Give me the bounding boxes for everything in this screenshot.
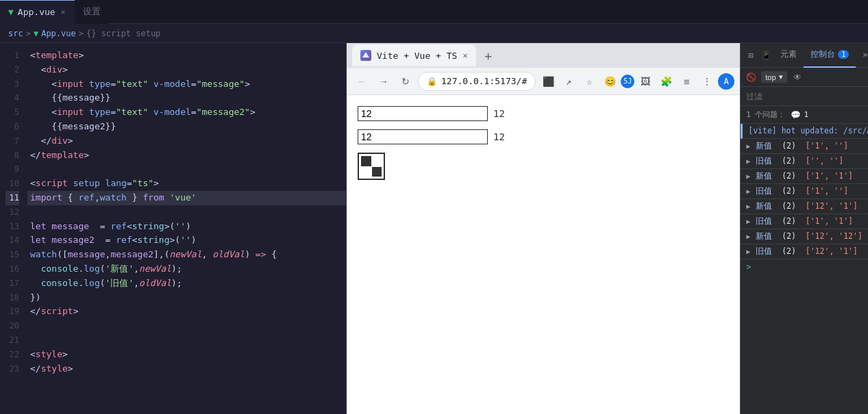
user-badge-btn[interactable]: 5J bbox=[621, 75, 634, 88]
issue-count: 1 bbox=[804, 110, 808, 119]
code-line-7: </div> bbox=[27, 134, 346, 148]
avatar-btn[interactable]: A bbox=[718, 73, 734, 90]
code-line-13: let message = ref<string>('') bbox=[27, 220, 346, 234]
tab-close-btn[interactable]: ✕ bbox=[60, 6, 67, 18]
message2-input[interactable] bbox=[358, 129, 488, 144]
tab-elements[interactable]: 元素 bbox=[773, 43, 804, 68]
entry-text-1: 旧值 (2) ['', ''] bbox=[756, 156, 868, 166]
eye-btn[interactable]: 👁 bbox=[790, 70, 805, 85]
console-entry-0[interactable]: ▶ 新值 (2) ['1', ''] App.vue:16 bbox=[741, 139, 868, 154]
tab-settings[interactable]: 设置 bbox=[75, 0, 109, 24]
console-content[interactable]: [vite] hot updated: /src/App.vue client.… bbox=[741, 124, 868, 414]
browser-tab-vite[interactable]: Vite + Vue + TS ✕ bbox=[352, 44, 476, 66]
code-line-16: console.log('新值',newVal); bbox=[27, 262, 346, 276]
expand-icon-6[interactable]: ▶ bbox=[746, 233, 750, 240]
clear-console-btn[interactable]: 🚫 bbox=[743, 70, 758, 85]
code-line-2: <div> bbox=[27, 63, 346, 77]
share-btn[interactable]: ↗ bbox=[559, 72, 578, 91]
issues-label: 1 个问题： bbox=[746, 109, 785, 120]
code-line-14: let message2 = ref<string>('') bbox=[27, 233, 346, 248]
entry-text-vite: [vite] hot updated: /src/App.vue bbox=[748, 126, 868, 135]
code-line-12 bbox=[27, 205, 346, 220]
ext2-btn[interactable]: 🧩 bbox=[656, 72, 675, 91]
entry-text-7: 旧值 (2) ['12', '1'] bbox=[756, 246, 868, 257]
logo-cell-3 bbox=[361, 167, 371, 177]
logo-cell-1 bbox=[361, 156, 371, 166]
tab-more[interactable]: » bbox=[856, 43, 868, 68]
code-line-15: watch([message,message2],(newVal, oldVal… bbox=[27, 248, 346, 262]
expand-icon-4[interactable]: ▶ bbox=[746, 203, 750, 210]
console-entry-2[interactable]: ▶ 新值 (2) ['1', '1'] App.vue:16 bbox=[741, 169, 868, 184]
code-line-17: console.log('旧值',oldVal); bbox=[27, 276, 346, 291]
code-line-21 bbox=[27, 333, 346, 348]
breadcrumb-file[interactable]: App.vue bbox=[41, 29, 76, 38]
code-line-1: <template> bbox=[27, 49, 346, 63]
top-context-selector[interactable]: top ▾ bbox=[761, 71, 786, 83]
browser-tabs: Vite + Vue + TS ✕ + bbox=[347, 43, 740, 68]
message-display: 12 bbox=[493, 108, 505, 119]
emoji-btn[interactable]: 😊 bbox=[600, 72, 619, 91]
browser-new-tab-btn[interactable]: + bbox=[479, 46, 498, 65]
breadcrumb-section: {} script setup bbox=[86, 29, 160, 38]
menu-btn[interactable]: ⋮ bbox=[697, 72, 717, 91]
code-line-9 bbox=[27, 162, 346, 177]
code-line-8: </template> bbox=[27, 148, 346, 163]
browser-tab-close-btn[interactable]: ✕ bbox=[462, 51, 467, 60]
code-line-4: {{message}} bbox=[27, 91, 346, 105]
console-entry-5[interactable]: ▶ 旧值 (2) ['1', '1'] App.vue:17 bbox=[741, 214, 868, 229]
browser-toolbar: ← → ↻ 🔒 127.0.0.1:5173/# ⬛ ↗ ☆ 😊 5J 🖼 🧩 … bbox=[347, 68, 740, 95]
browser-back-btn[interactable]: ← bbox=[352, 72, 371, 91]
console-entry-1[interactable]: ▶ 旧值 (2) ['', ''] App.vue:17 bbox=[741, 154, 868, 169]
code-line-3: <input type="text" v-model="message"> bbox=[27, 77, 346, 92]
browser-refresh-btn[interactable]: ↻ bbox=[396, 72, 415, 91]
logo-cell-4 bbox=[372, 167, 382, 177]
message-input[interactable] bbox=[358, 106, 488, 121]
more-label: » bbox=[863, 50, 867, 60]
console-entry-7[interactable]: ▶ 旧值 (2) ['12', '1'] App.vue:17 bbox=[741, 244, 868, 259]
address-bar[interactable]: 🔒 127.0.0.1:5173/# bbox=[418, 72, 536, 91]
breadcrumb-src[interactable]: src bbox=[8, 29, 23, 38]
console-entry-6[interactable]: ▶ 新值 (2) ['12', '12'] App.vue:16 bbox=[741, 229, 868, 244]
devtools-device-btn[interactable]: 📱 bbox=[758, 48, 773, 63]
vite-favicon bbox=[360, 50, 371, 61]
code-line-19: </script> bbox=[27, 305, 346, 319]
console-label: 控制台 bbox=[810, 49, 835, 60]
issue-badge: 💬 1 bbox=[791, 110, 808, 120]
code-editor[interactable]: 12345 678910 11 12131415 1617181920 2122… bbox=[0, 43, 346, 414]
bookmark-btn[interactable]: ☆ bbox=[580, 72, 599, 91]
entry-text-4: 新值 (2) ['12', '1'] bbox=[756, 201, 868, 211]
ext3-btn[interactable]: ≡ bbox=[677, 72, 696, 91]
devtools-inspect-btn[interactable]: ⊡ bbox=[743, 48, 758, 63]
tab-label: App.vue bbox=[18, 7, 55, 17]
expand-icon-0[interactable]: ▶ bbox=[746, 142, 750, 150]
console-entry-4[interactable]: ▶ 新值 (2) ['12', '1'] App.vue:16 bbox=[741, 199, 868, 214]
console-entry-3[interactable]: ▶ 旧值 (2) ['1', ''] App.vue:17 bbox=[741, 184, 868, 199]
entry-text-0: 新值 (2) ['1', ''] bbox=[756, 141, 868, 151]
vite-logo bbox=[358, 153, 385, 180]
tab-console[interactable]: 控制台 1 bbox=[804, 43, 856, 68]
issues-bar: 1 个问题： 💬 1 bbox=[741, 106, 868, 124]
ext1-btn[interactable]: 🖼 bbox=[636, 72, 655, 91]
console-entry-vite[interactable]: [vite] hot updated: /src/App.vue client.… bbox=[741, 124, 868, 139]
code-line-5: <input type="text" v-model="message2"> bbox=[27, 105, 346, 120]
message2-display: 12 bbox=[493, 131, 505, 142]
code-content[interactable]: <template> <div> <input type="text" v-mo… bbox=[27, 43, 346, 414]
settings-tab-label: 设置 bbox=[83, 5, 101, 18]
code-line-23: </style> bbox=[27, 362, 346, 376]
expand-icon-5[interactable]: ▶ bbox=[746, 218, 750, 225]
breadcrumb-sep2: > bbox=[79, 29, 84, 38]
vue-file-icon: ▼ bbox=[8, 7, 14, 17]
main-content: 12345 678910 11 12131415 1617181920 2122… bbox=[0, 43, 868, 414]
browser-forward-btn[interactable]: → bbox=[374, 72, 393, 91]
expand-icon-1[interactable]: ▶ bbox=[746, 157, 750, 165]
console-filter-input[interactable] bbox=[746, 92, 868, 101]
expand-icon-2[interactable]: ▶ bbox=[746, 172, 750, 180]
expand-icon-7[interactable]: ▶ bbox=[746, 248, 750, 255]
editor-tab-bar: ▼ App.vue ✕ 设置 bbox=[0, 0, 868, 24]
breadcrumb-sep1: > bbox=[26, 29, 31, 38]
issue-icon: 💬 bbox=[791, 110, 801, 120]
expand-icon-3[interactable]: ▶ bbox=[746, 187, 750, 195]
cast-btn[interactable]: ⬛ bbox=[538, 72, 558, 91]
tab-app-vue[interactable]: ▼ App.vue ✕ bbox=[0, 0, 75, 24]
logo-cell-2 bbox=[372, 156, 382, 166]
